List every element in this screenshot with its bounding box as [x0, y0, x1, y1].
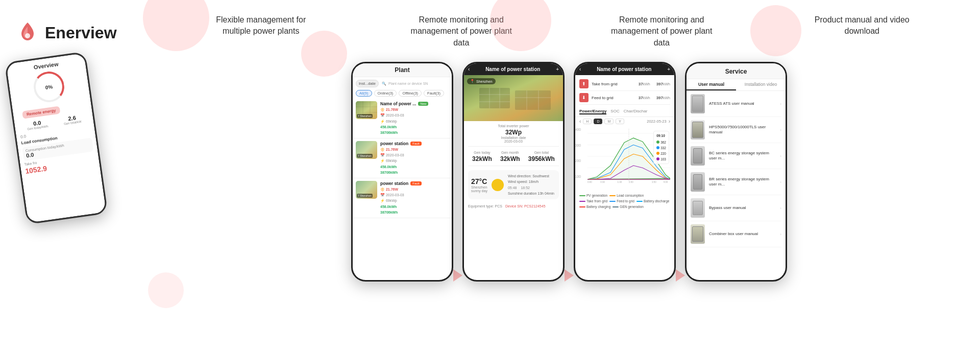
legend-bdis-line [636, 201, 643, 202]
callout-load: 220 [656, 151, 666, 156]
date-next-btn[interactable]: › [669, 119, 670, 124]
plant-tab-online[interactable]: Online(3) [374, 90, 397, 97]
service-item-3[interactable]: BC series energy storage system user m..… [691, 143, 781, 169]
feature-4-title: Product manual and video download [811, 14, 913, 37]
overview-phone-screen: Overview 0% Remote energy 0.0 Gen today/… [5, 51, 108, 224]
date-d-btn[interactable]: D [594, 119, 602, 124]
legend-load-label: Load consumption [617, 194, 644, 197]
legend-take-label: Take from grid [586, 199, 607, 203]
legend-bchg-line [579, 206, 585, 207]
stat-gen-month: Gen month 32kWh [500, 151, 520, 162]
chart-y-labels: 400 300 200 100 [575, 126, 581, 192]
device-sn: Device SN: PCS2124545 [505, 204, 546, 208]
plant-name-row-3: power station Fault [380, 181, 449, 186]
feature-2: Remote monitoring and management of powe… [410, 14, 528, 57]
station-body: Total inverter power 32Wp Installation d… [464, 121, 563, 213]
service-list: ATESS ATS user manual › HPS5000/7500/100… [687, 91, 786, 247]
device-img-4 [691, 172, 705, 192]
arrow-shape-1 [453, 269, 462, 282]
legend-bdis-label: Battery discharge [644, 199, 670, 203]
gen-stats-row: Gen today 32kWh Gen month 32kWh Gen tota… [468, 151, 559, 166]
legend-load-line [609, 195, 616, 196]
plant-screen: Plant Inst...date 🔍 Plant name or device… [353, 63, 452, 282]
power-tabs[interactable]: Power/Energy SOC Char/Dischar [575, 107, 674, 117]
plant-search-placeholder: Plant name or device SN [388, 82, 428, 85]
station-location-tag: 📍 Shenzhen [467, 78, 496, 84]
stat-gm-value: 32kWh [500, 155, 520, 162]
service-tabs-row[interactable]: User manual Installation video [687, 79, 786, 91]
tab-soc[interactable]: SOC [610, 109, 619, 114]
service-item-1[interactable]: ATESS ATS user manual › [691, 91, 781, 117]
arrow-1 [453, 157, 462, 282]
station-screen: ‹ Name of power station + [464, 63, 563, 282]
energy-add-icon[interactable]: + [667, 66, 670, 72]
svg-text:3:50: 3:50 [652, 181, 656, 183]
wind-direction: Wind direction: Southwest [508, 173, 556, 179]
service-item-5[interactable]: Bypass user manual › [691, 195, 781, 221]
plant-name-3: power station [380, 181, 408, 186]
service-name-3: BC series energy storage system user m..… [709, 151, 776, 161]
plant-card-1[interactable]: 7 Shenzhen Name of power ... New 🔆 21.76… [353, 99, 452, 138]
date-row[interactable]: ‹ H D M Y 2022-05-23 › [575, 117, 674, 126]
energy-back-icon[interactable]: ‹ [579, 66, 581, 72]
plant-tab-offline[interactable]: Offline(3) [399, 90, 422, 97]
service-name-2: HPS5000/7500/10000TLS user manual [709, 125, 776, 135]
device-img-6 [691, 224, 705, 244]
screens-row: Plant Inst...date 🔍 Plant name or device… [158, 62, 980, 292]
service-name-5: Bypass user manual [709, 205, 776, 211]
energy-screen-col: ‹ Name of power station + ⬆ Take from gr… [574, 62, 676, 282]
plant-location-1: 7 Shenzhen [357, 114, 373, 118]
plant-tab-all[interactable]: All(9) [356, 90, 372, 97]
device-box-5 [693, 201, 703, 215]
service-tab-video[interactable]: Installation video [736, 79, 786, 90]
date-m-btn[interactable]: M [604, 119, 614, 124]
service-item-2[interactable]: HPS5000/7500/10000TLS user manual › [691, 117, 781, 143]
date-prev-btn[interactable]: ‹ [579, 119, 581, 124]
arrow-right-3: › [780, 154, 781, 158]
stat-gt-value: 32kWh [472, 155, 492, 162]
tab-char-dischar[interactable]: Char/Dischar [624, 109, 648, 114]
station-add-icon[interactable]: + [556, 66, 559, 72]
stat-idate-value: 2020-03-03 [498, 139, 529, 143]
plant-name-row-1: Name of power ... New [380, 101, 449, 106]
weather-condition: sunny day [471, 189, 487, 193]
station-back-icon[interactable]: ‹ [468, 66, 470, 72]
legend-gen-line [612, 206, 619, 207]
plant-gentoday-2: 458.0kWh [380, 165, 397, 169]
plant-name-1: Name of power ... [380, 101, 416, 106]
overview-phone-tilted: Overview 0% Remote energy 0.0 Gen today/… [5, 51, 108, 224]
stat-ti-label: Total inverter power [498, 124, 529, 128]
plant-tab-row[interactable]: All(9) Online(3) Offline(3) Fault(3) [353, 90, 452, 97]
service-screen-col: Service User manual Installation video [685, 62, 787, 282]
service-tab-manual[interactable]: User manual [687, 79, 736, 90]
service-item-6[interactable]: Combiner box user manual › [691, 221, 781, 247]
y-label-200: 200 [575, 159, 581, 162]
date-h-btn[interactable]: H [583, 119, 592, 124]
plant-card-3[interactable]: 7 Shenzhen power station Fault 🔆 21.76W … [353, 178, 452, 218]
date-y-btn[interactable]: Y [616, 119, 624, 124]
feed-to-grid-row: ⬇ Feed to grid 37kWh 397kWh [579, 91, 670, 105]
plant-tinv-1: 69kWp [386, 120, 397, 123]
plant-gentotal-1: 38706kWh [380, 131, 398, 134]
plant-gentotal-2: 38706kWh [380, 171, 398, 174]
plant-idate-2: 2020-03-03 [386, 153, 404, 157]
service-name-4: BR series energy storage system user m..… [709, 177, 776, 188]
service-name-6: Combiner box user manual [709, 231, 776, 237]
tab-power-energy[interactable]: Power/Energy [579, 109, 606, 114]
plant-name-row-2: power station Fault [380, 141, 449, 146]
plant-card-2[interactable]: 7 Shenzhen power station Fault 🔆 21.76W … [353, 138, 452, 178]
filter-inst-date[interactable]: Inst...date [356, 80, 379, 87]
plant-thumb-2: 7 Shenzhen [356, 141, 377, 159]
feed-grid-v2: 397kWh [656, 96, 670, 100]
legend-feed: Feed to grid [609, 199, 634, 203]
plant-tab-fault[interactable]: Fault(3) [424, 90, 444, 97]
service-item-4[interactable]: BR series energy storage system user m..… [691, 169, 781, 195]
feed-grid-v1: 37kWh [639, 96, 650, 100]
take-from-grid-row: ⬆ Take from grid 37kWh 397kWh [579, 77, 670, 91]
station-stats-row: Total inverter power 32Wp Installation d… [468, 124, 559, 147]
plant-thumb-3: 7 Shenzhen [356, 181, 377, 199]
plant-filter-row[interactable]: Inst...date 🔍 Plant name or device SN [353, 77, 452, 90]
y-label-100: 100 [575, 175, 581, 178]
feature-2-title: Remote monitoring and management of powe… [410, 14, 512, 49]
plant-gentotal-3: 38706kWh [380, 211, 398, 214]
